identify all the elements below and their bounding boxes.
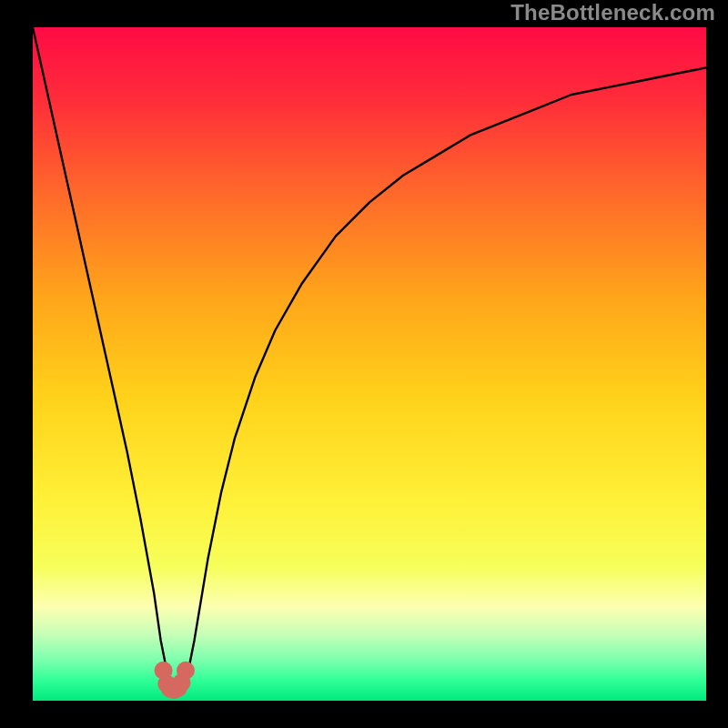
gradient-background: [33, 27, 706, 701]
outer-frame: TheBottleneck.com: [0, 0, 728, 728]
chart-svg: [33, 27, 706, 701]
plot-area: [33, 27, 706, 701]
min-marker: [177, 662, 195, 680]
watermark-text: TheBottleneck.com: [511, 0, 715, 25]
